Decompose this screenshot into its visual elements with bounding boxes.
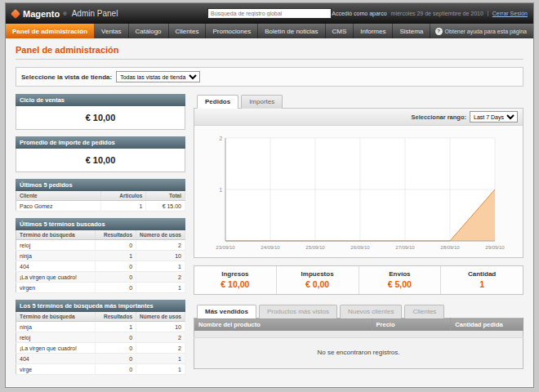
store-view-select[interactable]: Todas las vistas de tienda [116, 71, 200, 82]
table-cell: virgen [16, 283, 96, 293]
table-cell: 1 [136, 283, 185, 293]
svg-text:27/09/10: 27/09/10 [395, 245, 415, 250]
table-cell: ninja [16, 322, 96, 332]
table-cell: 0 [96, 261, 136, 272]
table-cell: 0 [96, 240, 136, 251]
stat-ingresos: Ingresos € 10,00 [194, 266, 276, 294]
nav-item-promociones[interactable]: Promociones [206, 24, 258, 38]
column-header: Artículos [100, 191, 146, 201]
table-cell: 0 [96, 332, 136, 343]
table-cell: ninja [16, 251, 96, 261]
help-link-label: Obtener ayuda para esta página [445, 29, 527, 34]
stat-value: € 0,00 [278, 279, 357, 289]
table-cell: 1 [136, 364, 185, 375]
tab-clientes[interactable]: Clientes [404, 305, 444, 318]
stat-cantidad: Cantidad 1 [440, 266, 523, 294]
column-header: Nombre del producto [194, 318, 372, 332]
top-header-bar: Magento ® Admin Panel Accedió como aparc… [6, 3, 533, 24]
tab-pedidos[interactable]: Pedidos [197, 95, 238, 109]
widget-last-search-title: Últimos 5 términos buscados [16, 218, 185, 230]
table-row: 40401 [16, 354, 185, 364]
orders-chart: 23/09/1024/09/1025/09/1026/09/1027/09/10… [212, 132, 506, 255]
svg-text:25/09/10: 25/09/10 [305, 245, 325, 250]
column-header: Término de búsqueda [16, 230, 96, 240]
column-header: Término de búsqueda [16, 312, 96, 322]
table-cell: 0 [96, 272, 136, 283]
stat-value: € 5,00 [361, 279, 439, 289]
help-link[interactable]: ? Obtener ayuda para esta página [435, 24, 533, 38]
nav-item-cms[interactable]: CMS [326, 24, 354, 38]
column-header: Precio [372, 318, 451, 332]
page-title: Panel de administración [16, 45, 523, 60]
table-cell: 2 [136, 240, 185, 251]
nav-item-catalogo[interactable]: Catálogo [129, 24, 169, 38]
empty-message-row: No se encontraron registros. [194, 337, 523, 368]
table-row: Paco Gomez1€ 15.00 [16, 201, 185, 212]
column-header: Resultados [96, 230, 136, 240]
global-search [207, 8, 332, 19]
table-row: ¡La virgen que cuadro!02 [16, 343, 185, 354]
stat-label: Envíos [361, 270, 439, 278]
widget-last-orders-title: Últimos 5 pedidos [16, 179, 185, 191]
table-row: virge01 [16, 364, 185, 375]
chart-tabs: Pedidos Importes [194, 94, 523, 108]
nav-item-informes[interactable]: Informes [354, 24, 393, 38]
svg-text:26/09/10: 26/09/10 [350, 245, 370, 250]
last-orders-table: Cliente Artículos Total Paco Gomez1€ 15.… [16, 191, 185, 212]
widget-lifetime-sales-value: € 10,00 [16, 106, 185, 130]
bestsellers-tabs: Más vendidos Productos más vistos Nuevos… [194, 304, 523, 318]
tab-productos-mas-vistos[interactable]: Productos más vistos [259, 305, 337, 318]
top-search-table: Término de búsqueda Resultados Número de… [16, 312, 185, 375]
tab-importes[interactable]: Importes [241, 95, 283, 109]
table-cell: 1 [100, 201, 146, 212]
products-table: Nombre del producto Precio Cantidad pedi… [194, 318, 523, 369]
table-cell: Paco Gomez [16, 201, 101, 212]
nav-item-ventas[interactable]: Ventas [95, 24, 128, 38]
admin-window: Magento ® Admin Panel Accedió como aparc… [5, 2, 534, 388]
widget-average-orders: Promedio de importe de pedidos € 10,00 [16, 136, 185, 172]
tab-mas-vendidos[interactable]: Más vendidos [197, 305, 256, 318]
table-row: ninja110 [16, 322, 185, 332]
stat-envios: Envíos € 5,00 [359, 266, 441, 294]
svg-text:29/09/10: 29/09/10 [485, 245, 505, 250]
range-label: Seleccionar rango: [411, 114, 466, 121]
table-cell: 0 [96, 354, 136, 364]
nav-item-boletin[interactable]: Boletín de noticias [258, 24, 325, 38]
widget-last-search-terms: Últimos 5 términos buscados Término de b… [16, 218, 185, 293]
tab-nuevos-clientes[interactable]: Nuevos clientes [340, 305, 402, 318]
dashboard-columns: Ciclo de ventas € 10,00 Promedio de impo… [16, 94, 523, 375]
svg-text:28/09/10: 28/09/10 [440, 245, 460, 250]
global-search-input[interactable] [207, 8, 332, 19]
widget-lifetime-sales: Ciclo de ventas € 10,00 [16, 94, 185, 130]
empty-message: No se encontraron registros. [194, 337, 523, 368]
nav-item-sistema[interactable]: Sistema [393, 24, 430, 38]
chart-panel: Seleccionar rango: Last 7 Days 23/09/102… [194, 108, 523, 258]
table-cell: 2 [136, 272, 185, 283]
table-row: reloj02 [16, 240, 185, 251]
column-header: Cantidad pedida [451, 318, 523, 332]
svg-text:1: 1 [219, 187, 222, 193]
widget-top-search-terms: Los 5 términos de búsqueda más important… [16, 300, 185, 375]
logout-link[interactable]: Cerrar Sesión [488, 11, 528, 16]
nav-item-dashboard[interactable]: Panel de administración [6, 24, 95, 38]
table-cell: virge [16, 364, 96, 375]
widget-average-orders-value: € 10,00 [16, 149, 185, 172]
table-cell: reloj [16, 240, 96, 251]
svg-text:2: 2 [219, 136, 222, 141]
table-cell: 1 [96, 322, 136, 332]
chart-area: 23/09/1024/09/1025/09/1026/09/1027/09/10… [194, 126, 523, 257]
table-cell: ¡La virgen que cuadro! [16, 272, 96, 283]
dashboard-main: Pedidos Importes Seleccionar rango: Last… [194, 94, 523, 369]
stat-value: € 10,00 [196, 279, 274, 289]
column-header: Total [146, 191, 185, 201]
table-cell: 404 [16, 354, 96, 364]
range-select[interactable]: Last 7 Days [470, 111, 518, 122]
table-row: ¡La virgen que cuadro!02 [16, 272, 185, 283]
stat-label: Impuestos [278, 270, 357, 278]
help-icon: ? [435, 28, 443, 35]
nav-item-clientes[interactable]: Clientes [169, 24, 207, 38]
table-row: virgen01 [16, 283, 185, 293]
table-cell: 0 [96, 283, 136, 293]
svg-text:23/09/10: 23/09/10 [216, 245, 235, 250]
stat-value: 1 [443, 279, 521, 289]
